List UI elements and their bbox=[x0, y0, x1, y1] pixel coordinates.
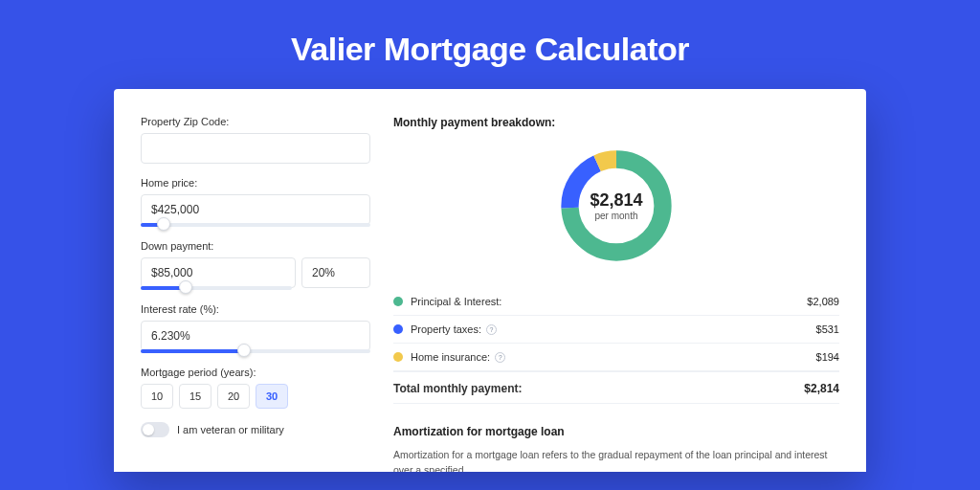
interest-rate-label: Interest rate (%): bbox=[141, 303, 370, 315]
breakdown-value: $194 bbox=[816, 351, 839, 363]
amortization-title: Amortization for mortgage loan bbox=[393, 425, 839, 438]
slider-thumb-icon[interactable] bbox=[157, 217, 170, 231]
period-button-group: 10 15 20 30 bbox=[141, 384, 370, 409]
zip-field-group: Property Zip Code: bbox=[141, 116, 370, 164]
home-price-slider[interactable] bbox=[141, 223, 370, 227]
info-icon[interactable]: ? bbox=[486, 324, 497, 335]
donut-sub: per month bbox=[590, 211, 642, 221]
home-price-input[interactable] bbox=[141, 194, 370, 225]
form-panel: Property Zip Code: Home price: Down paym… bbox=[141, 116, 370, 472]
zip-input[interactable] bbox=[141, 133, 370, 164]
period-field-group: Mortgage period (years): 10 15 20 30 bbox=[141, 367, 370, 409]
down-payment-amount-input[interactable] bbox=[141, 257, 296, 288]
veteran-toggle-label: I am veteran or military bbox=[177, 424, 284, 435]
zip-label: Property Zip Code: bbox=[141, 116, 370, 127]
breakdown-value: $2,089 bbox=[807, 296, 839, 307]
breakdown-title: Monthly payment breakdown: bbox=[393, 116, 839, 129]
legend-dot-icon bbox=[393, 352, 403, 362]
breakdown-row-insurance: Home insurance:? $194 bbox=[393, 344, 839, 371]
breakdown-value: $531 bbox=[816, 323, 839, 335]
breakdown-total-value: $2,814 bbox=[804, 382, 839, 395]
slider-thumb-icon[interactable] bbox=[237, 344, 251, 357]
breakdown-total-row: Total monthly payment: $2,814 bbox=[393, 371, 839, 404]
breakdown-row-taxes: Property taxes:? $531 bbox=[393, 316, 839, 344]
home-price-label: Home price: bbox=[141, 177, 370, 189]
page-title: Valier Mortgage Calculator bbox=[0, 0, 980, 89]
donut-center-label: $2,814 per month bbox=[590, 190, 642, 221]
down-payment-label: Down payment: bbox=[141, 240, 370, 252]
veteran-toggle[interactable] bbox=[141, 422, 169, 437]
slider-thumb-icon[interactable] bbox=[179, 280, 192, 294]
veteran-toggle-row: I am veteran or military bbox=[141, 422, 370, 437]
breakdown-label: Principal & Interest: bbox=[411, 296, 807, 307]
breakdown-total-label: Total monthly payment: bbox=[393, 382, 804, 395]
calculator-card: Property Zip Code: Home price: Down paym… bbox=[114, 89, 866, 472]
amortization-text: Amortization for a mortgage loan refers … bbox=[393, 448, 839, 472]
donut-chart: $2,814 per month bbox=[555, 145, 678, 267]
down-payment-slider[interactable] bbox=[141, 286, 292, 290]
period-option-20[interactable]: 20 bbox=[217, 384, 250, 409]
breakdown-label: Home insurance:? bbox=[411, 351, 816, 363]
legend-dot-icon bbox=[393, 297, 403, 306]
interest-rate-input[interactable] bbox=[141, 321, 370, 351]
legend-dot-icon bbox=[393, 324, 403, 334]
results-panel: Monthly payment breakdown: $2,814 per mo… bbox=[393, 116, 839, 472]
down-payment-field-group: Down payment: bbox=[141, 240, 370, 290]
donut-amount: $2,814 bbox=[590, 190, 642, 211]
down-payment-pct-input[interactable] bbox=[301, 257, 370, 288]
period-option-30[interactable]: 30 bbox=[256, 384, 288, 409]
interest-rate-field-group: Interest rate (%): bbox=[141, 303, 370, 353]
info-icon[interactable]: ? bbox=[495, 352, 505, 363]
breakdown-row-principal: Principal & Interest: $2,089 bbox=[393, 288, 839, 316]
period-option-15[interactable]: 15 bbox=[179, 384, 212, 409]
home-price-field-group: Home price: bbox=[141, 177, 370, 227]
donut-chart-wrap: $2,814 per month bbox=[393, 145, 839, 267]
interest-rate-slider[interactable] bbox=[141, 349, 370, 353]
breakdown-label: Property taxes:? bbox=[411, 323, 816, 335]
period-label: Mortgage period (years): bbox=[141, 367, 370, 378]
period-option-10[interactable]: 10 bbox=[141, 384, 173, 409]
